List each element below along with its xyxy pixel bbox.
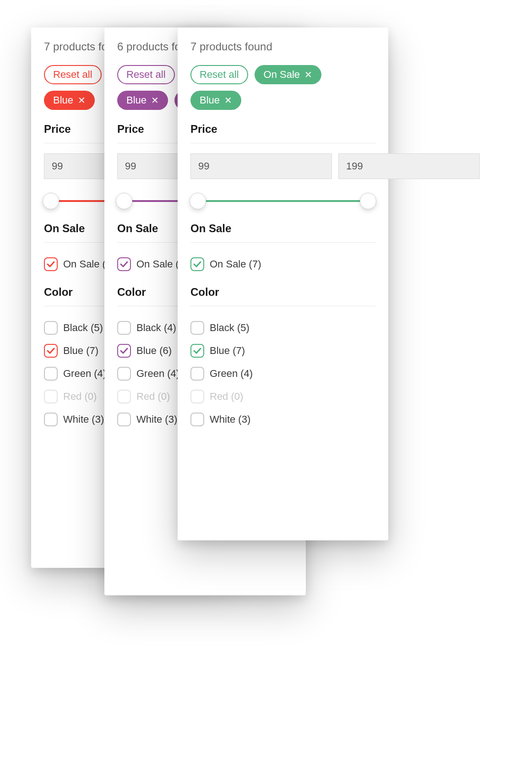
filter-chip-blue[interactable]: Blue✕ <box>117 91 168 110</box>
checkbox-label: Green (4) <box>136 368 179 380</box>
slider-handle-min[interactable] <box>116 193 132 209</box>
reset-all-label: Reset all <box>200 69 239 81</box>
filter-chip-label: Blue <box>200 94 220 106</box>
checkbox-label: Blue (6) <box>136 345 172 357</box>
checkbox-onsale[interactable] <box>190 257 204 271</box>
checkbox-label: Red (0) <box>136 391 170 403</box>
checkbox-color[interactable] <box>44 367 58 381</box>
slider-track-active <box>198 200 368 202</box>
checkbox-row-color[interactable]: Green (4) <box>190 362 375 385</box>
filter-chip-label: Blue <box>126 94 147 106</box>
checkbox-color[interactable] <box>117 413 131 426</box>
results-count: 7 products found <box>190 40 375 53</box>
checkbox-onsale[interactable] <box>117 257 131 271</box>
filter-chip-blue[interactable]: Blue✕ <box>44 91 95 110</box>
checkbox-color <box>190 390 204 403</box>
checkbox-label: Red (0) <box>210 391 243 403</box>
divider <box>190 242 375 243</box>
divider <box>190 143 375 143</box>
checkbox-onsale[interactable] <box>44 257 58 271</box>
price-min-input[interactable] <box>190 153 332 179</box>
price-slider[interactable] <box>190 190 375 212</box>
reset-all-label: Reset all <box>53 69 92 81</box>
reset-all-label: Reset all <box>126 69 166 81</box>
filter-chip-onsale[interactable]: On Sale✕ <box>255 65 322 84</box>
reset-all-button[interactable]: Reset all <box>44 65 102 84</box>
checkbox-label: Red (0) <box>63 391 97 403</box>
checkbox-label: Green (4) <box>210 368 253 380</box>
checkbox-color[interactable] <box>44 344 58 358</box>
checkbox-color <box>44 390 58 403</box>
active-filter-chips: Reset all On Sale✕ Blue✕ <box>190 65 375 110</box>
price-inputs <box>190 153 375 179</box>
section-title-price: Price <box>190 123 375 136</box>
checkbox-label: Black (4) <box>136 322 176 334</box>
checkbox-label: White (3) <box>136 414 177 425</box>
checkbox-color[interactable] <box>190 413 204 426</box>
filter-panel-green: 7 products found Reset all On Sale✕ Blue… <box>178 27 388 540</box>
divider <box>190 306 375 306</box>
checkbox-label: White (3) <box>63 414 104 425</box>
price-max-input[interactable] <box>338 153 480 179</box>
close-icon: ✕ <box>224 96 232 105</box>
close-icon: ✕ <box>78 96 86 105</box>
checkbox-row-color[interactable]: Black (5) <box>190 316 375 339</box>
section-title-onsale: On Sale <box>190 222 375 235</box>
reset-all-button[interactable]: Reset all <box>190 65 248 84</box>
checkbox-color[interactable] <box>44 321 58 335</box>
close-icon: ✕ <box>151 96 159 105</box>
reset-all-button[interactable]: Reset all <box>117 65 175 84</box>
checkbox-color[interactable] <box>117 367 131 381</box>
checkbox-label: Blue (7) <box>210 345 245 357</box>
section-title-color: Color <box>190 286 375 299</box>
checkbox-row-onsale[interactable]: On Sale (7) <box>190 253 375 276</box>
checkbox-row-color: Red (0) <box>190 385 375 408</box>
close-icon: ✕ <box>304 70 312 79</box>
slider-handle-max[interactable] <box>360 193 376 209</box>
checkbox-label: Black (5) <box>210 322 250 334</box>
checkbox-row-color[interactable]: White (3) <box>190 408 375 431</box>
checkbox-color[interactable] <box>117 321 131 335</box>
checkbox-row-color[interactable]: Blue (7) <box>190 339 375 362</box>
filter-chip-blue[interactable]: Blue✕ <box>190 91 241 110</box>
filter-chip-label: On Sale <box>264 69 300 81</box>
checkbox-color[interactable] <box>190 344 204 358</box>
filter-chip-label: Blue <box>53 94 73 106</box>
color-list: Black (5)Blue (7)Green (4)Red (0)White (… <box>190 316 375 431</box>
checkbox-color <box>117 390 131 403</box>
checkbox-color[interactable] <box>190 367 204 381</box>
stage: 7 products found Reset all On Sale✕ Blue… <box>0 0 532 773</box>
slider-handle-min[interactable] <box>190 193 206 209</box>
checkbox-color[interactable] <box>44 413 58 426</box>
checkbox-color[interactable] <box>190 321 204 335</box>
checkbox-label: Black (5) <box>63 322 103 334</box>
checkbox-color[interactable] <box>117 344 131 358</box>
checkbox-label: White (3) <box>210 414 250 425</box>
checkbox-label: On Sale (7) <box>210 258 261 270</box>
checkbox-label: Green (4) <box>63 368 106 380</box>
slider-handle-min[interactable] <box>43 193 59 209</box>
checkbox-label: Blue (7) <box>63 345 98 357</box>
